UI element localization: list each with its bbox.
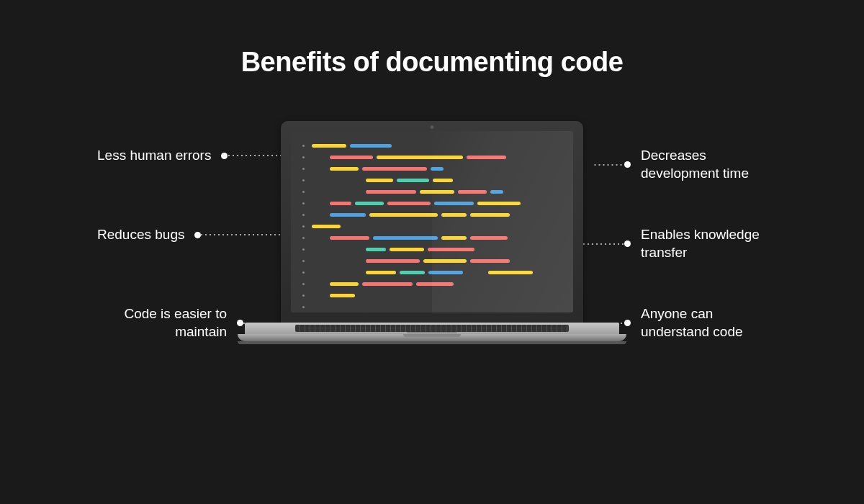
- benefit-dev-time: Decreases development time: [592, 147, 770, 182]
- connector-line: [592, 164, 624, 166]
- laptop-camera: [431, 125, 434, 129]
- laptop-base-deck: [245, 323, 619, 334]
- connector-dot: [624, 320, 631, 326]
- connector-dot: [237, 320, 243, 326]
- laptop-notch: [403, 334, 461, 337]
- diagram-container: Less human errors Reduces bugs Code is e…: [0, 78, 864, 481]
- connector-dot: [194, 232, 201, 238]
- laptop-trackpad: [407, 332, 457, 333]
- laptop-base-front: [238, 334, 626, 341]
- benefit-label: Code is easier to maintain: [97, 305, 227, 341]
- laptop-screen: [291, 131, 573, 312]
- connector-dot: [624, 161, 631, 168]
- benefit-knowledge-transfer: Enables knowledge transfer: [552, 226, 770, 261]
- laptop-screen-bezel: [281, 121, 583, 323]
- benefit-label: Reduces bugs: [97, 226, 184, 244]
- laptop-keyboard: [295, 325, 569, 332]
- connector-line: [201, 234, 280, 235]
- connector-dot: [221, 153, 228, 159]
- benefit-label: Decreases development time: [641, 147, 770, 182]
- benefit-label: Anyone can understand code: [641, 305, 770, 341]
- benefit-label: Enables knowledge transfer: [641, 226, 770, 261]
- benefit-less-errors: Less human errors: [97, 147, 300, 165]
- laptop-illustration: [281, 121, 583, 344]
- connector-dot: [624, 240, 631, 247]
- laptop-base-edge: [238, 341, 626, 344]
- benefit-reduces-bugs: Reduces bugs: [97, 226, 280, 244]
- benefit-label: Less human errors: [97, 147, 211, 165]
- diagram-title: Benefits of documenting code: [0, 0, 864, 78]
